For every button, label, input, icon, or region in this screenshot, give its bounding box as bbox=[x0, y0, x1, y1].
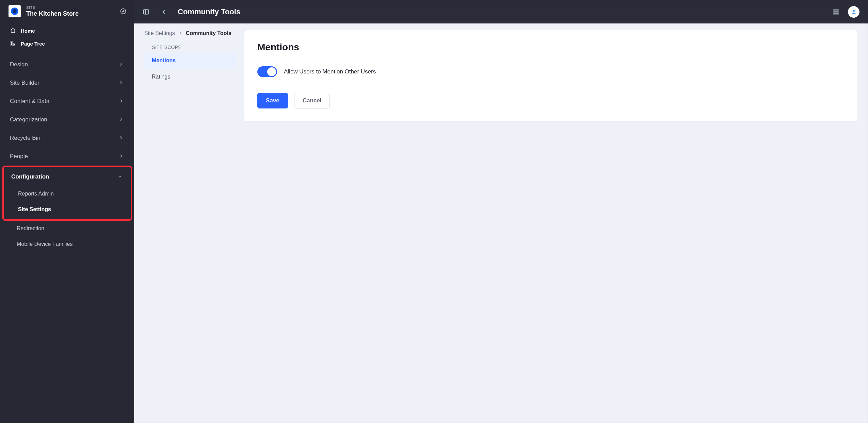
sidebar-sub-redirection[interactable]: Redirection bbox=[0, 221, 134, 236]
sidebar-item-design[interactable]: Design bbox=[0, 55, 134, 74]
sidebar-eyebrow: SITE bbox=[26, 5, 114, 10]
card-title: Mentions bbox=[257, 42, 845, 53]
sidebar-nav: Design Site Builder Content & Data Categ… bbox=[0, 53, 134, 252]
topbar: Community Tools bbox=[134, 0, 868, 23]
svg-rect-11 bbox=[837, 10, 838, 11]
sidebar-item-label: Content & Data bbox=[10, 98, 49, 105]
svg-rect-5 bbox=[11, 45, 12, 46]
back-button[interactable] bbox=[158, 6, 170, 18]
sidebar-item-label: Configuration bbox=[11, 173, 49, 180]
home-icon bbox=[10, 28, 16, 34]
sidebar-item-label: Recycle Bin bbox=[10, 135, 41, 141]
compass-button[interactable] bbox=[119, 7, 127, 15]
page-tree-icon bbox=[10, 40, 16, 47]
sidebar-sub-label: Reports Admin bbox=[18, 191, 54, 197]
scope-heading: SITE SCOPE bbox=[152, 45, 236, 50]
save-button[interactable]: Save bbox=[257, 93, 288, 108]
toggle-label: Allow Users to Mention Other Users bbox=[284, 68, 376, 75]
svg-rect-6 bbox=[14, 45, 15, 46]
scope-item-label: Mentions bbox=[152, 57, 176, 63]
chevron-right-icon bbox=[178, 30, 182, 36]
sidebar: SITE The Kitchen Store Home Page Tree De… bbox=[0, 0, 134, 423]
settings-card: Mentions Allow Users to Mention Other Us… bbox=[244, 30, 857, 121]
sidebar-home[interactable]: Home bbox=[0, 24, 134, 37]
user-avatar[interactable] bbox=[848, 6, 859, 18]
sidebar-header: SITE The Kitchen Store bbox=[0, 0, 134, 22]
allow-mentions-toggle[interactable] bbox=[257, 66, 277, 77]
sidebar-title[interactable]: The Kitchen Store bbox=[26, 10, 114, 17]
sidebar-page-tree[interactable]: Page Tree bbox=[0, 37, 134, 50]
chevron-down-icon bbox=[117, 174, 123, 180]
sidebar-sub-label: Mobile Device Families bbox=[17, 241, 73, 247]
svg-rect-16 bbox=[835, 13, 836, 14]
content-inner: Site Settings Community Tools SITE SCOPE… bbox=[134, 23, 868, 135]
apps-grid-icon bbox=[833, 9, 839, 15]
svg-rect-4 bbox=[11, 41, 12, 43]
breadcrumb-current: Community Tools bbox=[186, 30, 231, 36]
annotation-highlight: Configuration Reports Admin Site Setting… bbox=[2, 166, 132, 221]
site-logo[interactable] bbox=[9, 5, 21, 17]
svg-rect-10 bbox=[835, 10, 836, 11]
sidebar-item-label: Design bbox=[10, 61, 28, 68]
chevron-right-icon bbox=[118, 98, 125, 104]
sidebar-item-recycle-bin[interactable]: Recycle Bin bbox=[0, 129, 134, 147]
sidebar-quicklinks: Home Page Tree bbox=[0, 22, 134, 53]
sidebar-item-people[interactable]: People bbox=[0, 147, 134, 166]
sidebar-item-content-data[interactable]: Content & Data bbox=[0, 92, 134, 111]
sidebar-sub-reports-admin[interactable]: Reports Admin bbox=[4, 186, 131, 202]
toggle-row: Allow Users to Mention Other Users bbox=[257, 66, 845, 77]
sidebar-item-label: Categorization bbox=[10, 116, 47, 123]
sidebar-sub-label: Redirection bbox=[17, 225, 44, 231]
sidebar-item-site-builder[interactable]: Site Builder bbox=[0, 74, 134, 92]
sidebar-title-wrap: SITE The Kitchen Store bbox=[26, 5, 114, 17]
svg-point-1 bbox=[13, 9, 17, 13]
chevron-right-icon bbox=[118, 117, 125, 123]
scope-item-mentions[interactable]: Mentions bbox=[144, 53, 236, 68]
button-row: Save Cancel bbox=[257, 93, 845, 108]
sidebar-item-configuration[interactable]: Configuration bbox=[4, 168, 131, 186]
svg-rect-12 bbox=[834, 11, 835, 12]
logo-icon bbox=[10, 7, 19, 16]
compass-icon bbox=[120, 8, 127, 15]
chevron-right-icon bbox=[118, 62, 125, 68]
toggle-sidebar-button[interactable] bbox=[140, 6, 152, 18]
sidebar-page-tree-label: Page Tree bbox=[21, 41, 45, 47]
content-area: Site Settings Community Tools SITE SCOPE… bbox=[134, 23, 868, 423]
svg-rect-9 bbox=[834, 10, 835, 11]
sidebar-sub-label: Site Settings bbox=[18, 206, 51, 212]
topbar-title: Community Tools bbox=[178, 7, 824, 16]
breadcrumb-parent[interactable]: Site Settings bbox=[144, 30, 175, 36]
chevron-right-icon bbox=[118, 153, 125, 159]
svg-rect-17 bbox=[837, 13, 838, 14]
svg-rect-13 bbox=[835, 11, 836, 12]
panel-icon bbox=[143, 9, 149, 15]
sidebar-item-label: Site Builder bbox=[10, 80, 39, 86]
chevron-left-icon bbox=[160, 9, 167, 15]
sidebar-sub-site-settings[interactable]: Site Settings bbox=[4, 202, 131, 217]
secondary-nav: Site Settings Community Tools SITE SCOPE… bbox=[144, 30, 236, 85]
svg-rect-15 bbox=[834, 13, 835, 14]
cancel-button[interactable]: Cancel bbox=[294, 93, 330, 108]
apps-button[interactable] bbox=[830, 6, 842, 18]
sidebar-sub-mobile-device-families[interactable]: Mobile Device Families bbox=[0, 236, 134, 252]
svg-point-18 bbox=[853, 10, 855, 12]
user-icon bbox=[851, 9, 857, 15]
svg-rect-7 bbox=[144, 10, 149, 14]
breadcrumb: Site Settings Community Tools bbox=[144, 30, 236, 36]
sidebar-item-label: People bbox=[10, 153, 28, 160]
svg-marker-3 bbox=[123, 11, 124, 12]
app-root: SITE The Kitchen Store Home Page Tree De… bbox=[0, 0, 868, 423]
chevron-right-icon bbox=[118, 80, 125, 86]
chevron-right-icon bbox=[118, 135, 125, 141]
scope-item-label: Ratings bbox=[152, 74, 170, 80]
scope-item-ratings[interactable]: Ratings bbox=[144, 69, 236, 85]
sidebar-item-categorization[interactable]: Categorization bbox=[0, 111, 134, 129]
svg-rect-14 bbox=[837, 11, 838, 12]
main-column: Community Tools Site Settings Commun bbox=[134, 0, 868, 423]
sidebar-home-label: Home bbox=[21, 28, 35, 34]
